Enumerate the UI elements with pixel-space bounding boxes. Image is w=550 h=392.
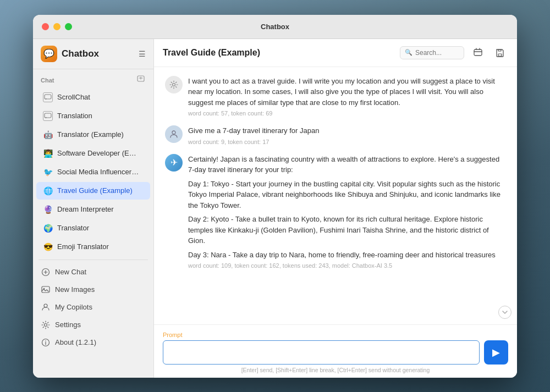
settings-icon — [41, 320, 51, 330]
close-button[interactable] — [42, 23, 49, 30]
sidebar-divider — [38, 260, 148, 260]
sidebar-item-new-images[interactable]: New Images — [33, 281, 153, 299]
new-chat-icon — [41, 267, 51, 277]
message-meta: word count: 57, token count: 69 — [188, 110, 506, 117]
emoji-icon: 😎 — [43, 242, 53, 252]
translate-icon: 🌍 — [43, 223, 53, 233]
message-text: I want you to act as a travel guide. I w… — [188, 76, 506, 108]
sidebar-item-label: Travel Guide (Example) — [57, 186, 133, 195]
svg-rect-2 — [45, 113, 51, 118]
new-chat-label: New Chat — [55, 268, 86, 276]
message-text: Certainly! Japan is a fascinating countr… — [188, 154, 506, 261]
chat-message: ✈ Certainly! Japan is a fascinating coun… — [165, 154, 506, 269]
svg-point-13 — [173, 83, 175, 86]
social-icon: 🐦 — [43, 167, 53, 177]
sidebar-item-label: Translator — [57, 224, 89, 232]
svg-rect-11 — [498, 54, 502, 56]
avatar — [165, 76, 183, 93]
sidebar-item-software-developer[interactable]: 👨‍💻 Software Developer (E… — [36, 145, 150, 162]
app-icon: 💬 — [41, 46, 57, 62]
svg-rect-1 — [45, 95, 51, 99]
sidebar-item-translation[interactable]: Translation — [36, 107, 150, 125]
search-icon: 🔍 — [405, 49, 413, 56]
chat-section-label: Chat — [33, 69, 153, 88]
globe-icon: 🌐 — [43, 186, 53, 196]
sidebar-item-new-chat[interactable]: New Chat — [33, 263, 153, 281]
titlebar: Chatbox — [33, 15, 517, 39]
robot-icon: 🤖 — [43, 130, 53, 140]
sidebar-item-label: ScrollChat — [57, 93, 90, 101]
prompt-input[interactable] — [163, 340, 480, 365]
app-body: 💬 Chatbox ☰ Chat ScrollCha — [33, 39, 517, 378]
prompt-label: Prompt — [163, 332, 508, 338]
send-icon: ▶ — [492, 346, 500, 358]
sidebar-item-travel-guide[interactable]: 🌐 Travel Guide (Example) — [36, 182, 150, 200]
about-label: About (1.2.1) — [55, 338, 96, 346]
message-body: Certainly! Japan is a fascinating countr… — [188, 154, 506, 269]
avatar — [165, 125, 183, 143]
developer-icon: 👨‍💻 — [43, 148, 53, 158]
sidebar-item-dream-interpreter[interactable]: 🔮 Dream Interpreter — [36, 201, 150, 218]
message-text: Give me a 7-day travel itinerary for Jap… — [188, 125, 506, 136]
minimize-button[interactable] — [53, 23, 61, 30]
new-images-icon — [41, 285, 51, 295]
save-button[interactable] — [492, 45, 508, 61]
about-icon — [41, 338, 51, 347]
dream-icon: 🔮 — [43, 205, 53, 214]
sidebar-item-label: Translation — [57, 112, 92, 120]
send-button[interactable]: ▶ — [484, 340, 508, 365]
sidebar-header: 💬 Chatbox ☰ — [33, 39, 153, 69]
sidebar-item-label: Software Developer (E… — [57, 149, 136, 157]
sidebar-item-translator[interactable]: 🌍 Translator — [36, 219, 150, 237]
my-copilots-label: My Copilots — [55, 303, 92, 311]
copilots-icon — [41, 302, 51, 312]
chat-area: I want you to act as a travel guide. I w… — [154, 67, 517, 324]
sidebar-item-label: Translator (Example) — [57, 130, 124, 139]
svg-point-9 — [45, 340, 46, 341]
sidebar: 💬 Chatbox ☰ Chat ScrollCha — [33, 39, 154, 378]
sidebar-item-label: Emoji Translator — [57, 242, 109, 251]
svg-point-6 — [44, 304, 47, 307]
message-meta: word count: 9, token count: 17 — [188, 139, 506, 145]
message-meta: word count: 109, token count: 162, token… — [188, 262, 506, 269]
avatar: ✈ — [165, 154, 183, 172]
sidebar-item-scroll-chat[interactable]: ScrollChat — [36, 89, 150, 106]
sidebar-item-settings[interactable]: Settings — [33, 316, 153, 334]
message-body: I want you to act as a travel guide. I w… — [188, 76, 506, 117]
input-area: Prompt ▶ [Enter] send, [Shift+Enter] lin… — [154, 324, 517, 378]
add-chat-icon[interactable] — [137, 75, 146, 86]
settings-label: Settings — [55, 321, 81, 329]
conversation-title: Travel Guide (Example) — [163, 48, 394, 58]
sidebar-item-about[interactable]: About (1.2.1) — [33, 334, 153, 351]
window-title: Chatbox — [261, 23, 289, 31]
window-controls — [42, 23, 72, 30]
maximize-button[interactable] — [65, 23, 72, 30]
share-button[interactable] — [470, 45, 486, 61]
search-input[interactable] — [415, 49, 459, 57]
sidebar-item-label: Dream Interpreter — [57, 205, 114, 213]
input-hint: [Enter] send, [Shift+Enter] line break, … — [163, 367, 508, 373]
svg-point-14 — [172, 131, 175, 134]
app-name: Chatbox — [62, 48, 99, 59]
main-content: Travel Guide (Example) 🔍 — [154, 39, 517, 378]
new-images-label: New Images — [55, 285, 95, 294]
input-row: ▶ — [163, 340, 508, 365]
chat-message: I want you to act as a travel guide. I w… — [165, 76, 506, 117]
main-header: Travel Guide (Example) 🔍 — [154, 39, 517, 67]
scroll-to-bottom[interactable] — [498, 306, 512, 319]
sidebar-item-translator-example[interactable]: 🤖 Translator (Example) — [36, 126, 150, 143]
chat-bubble-icon — [43, 92, 53, 102]
message-body: Give me a 7-day travel itinerary for Jap… — [188, 125, 506, 145]
menu-icon[interactable]: ☰ — [139, 49, 146, 58]
app-window: Chatbox 💬 Chatbox ☰ Chat — [33, 15, 517, 378]
sidebar-item-emoji-translator[interactable]: 😎 Emoji Translator — [36, 238, 150, 256]
chat-message: Give me a 7-day travel itinerary for Jap… — [165, 125, 506, 145]
svg-rect-12 — [498, 49, 501, 51]
sidebar-item-social-media[interactable]: 🐦 Social Media Influencer… — [36, 163, 150, 181]
sidebar-item-my-copilots[interactable]: My Copilots — [33, 299, 153, 316]
svg-rect-10 — [474, 49, 482, 56]
sidebar-item-label: Social Media Influencer… — [57, 168, 139, 176]
svg-point-7 — [45, 323, 47, 326]
search-box[interactable]: 🔍 — [400, 46, 464, 59]
chat-bubble-icon — [43, 111, 53, 121]
